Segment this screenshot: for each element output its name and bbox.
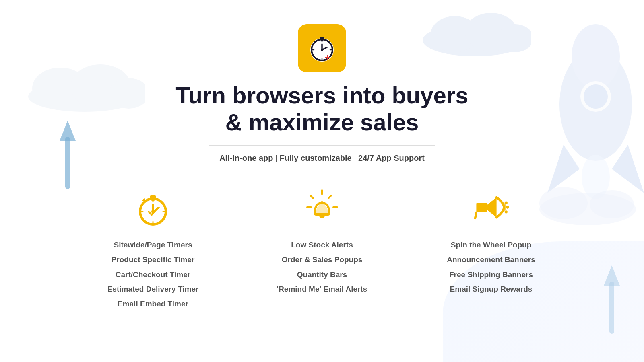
main-content: Turn browsers into buyers & maximize sal…	[0, 0, 644, 314]
features-grid: Sitewide/Page Timers Product Specific Ti…	[0, 187, 644, 314]
svg-point-27	[321, 49, 323, 51]
app-icon	[298, 24, 346, 72]
svg-rect-56	[474, 211, 477, 220]
alert-icon	[302, 187, 342, 227]
hero-subtitle: All-in-one app | Fully customizable | 24…	[219, 154, 425, 163]
stopwatch-icon	[133, 187, 173, 227]
list-item: Quantity Bars	[277, 270, 367, 280]
svg-rect-36	[150, 195, 156, 198]
hero-title-line1: Turn browsers into buyers	[175, 82, 468, 108]
list-item: Order & Sales Popups	[277, 255, 367, 265]
list-item: Email Signup Rewards	[447, 284, 535, 294]
list-item: 'Remind Me' Email Alerts	[277, 284, 367, 294]
list-item: Estimated Delivery Timer	[107, 284, 199, 294]
list-item: Sitewide/Page Timers	[107, 240, 199, 250]
svg-point-53	[505, 201, 508, 204]
megaphone-icon	[471, 187, 511, 227]
svg-rect-52	[477, 203, 487, 212]
svg-rect-50	[315, 213, 329, 216]
svg-line-49	[328, 195, 331, 198]
banners-feature-list: Spin the Wheel Popup Announcement Banner…	[447, 240, 535, 299]
app-icon-svg	[306, 32, 338, 64]
timers-feature-list: Sitewide/Page Timers Product Specific Ti…	[107, 240, 199, 314]
svg-point-55	[505, 210, 508, 213]
list-item: Low Stock Alerts	[277, 240, 367, 250]
list-item: Email Embed Timer	[107, 299, 199, 309]
svg-point-54	[506, 206, 509, 208]
list-item: Announcement Banners	[447, 255, 535, 265]
svg-line-48	[310, 195, 313, 198]
feature-col-timers: Sitewide/Page Timers Product Specific Ti…	[93, 187, 213, 314]
list-item: Product Specific Timer	[107, 255, 199, 265]
list-item: Cart/Checkout Timer	[107, 270, 199, 280]
hero-divider	[209, 145, 435, 146]
hero-title: Turn browsers into buyers & maximize sal…	[175, 82, 468, 136]
feature-col-alerts: Low Stock Alerts Order & Sales Popups Qu…	[262, 187, 382, 314]
svg-rect-51	[321, 201, 323, 204]
svg-rect-23	[320, 37, 324, 39]
alerts-feature-list: Low Stock Alerts Order & Sales Popups Qu…	[277, 240, 367, 299]
list-item: Free Shipping Banners	[447, 270, 535, 280]
hero-title-line2: & maximize sales	[225, 109, 419, 135]
feature-col-banners: Spin the Wheel Popup Announcement Banner…	[431, 187, 551, 314]
list-item: Spin the Wheel Popup	[447, 240, 535, 250]
